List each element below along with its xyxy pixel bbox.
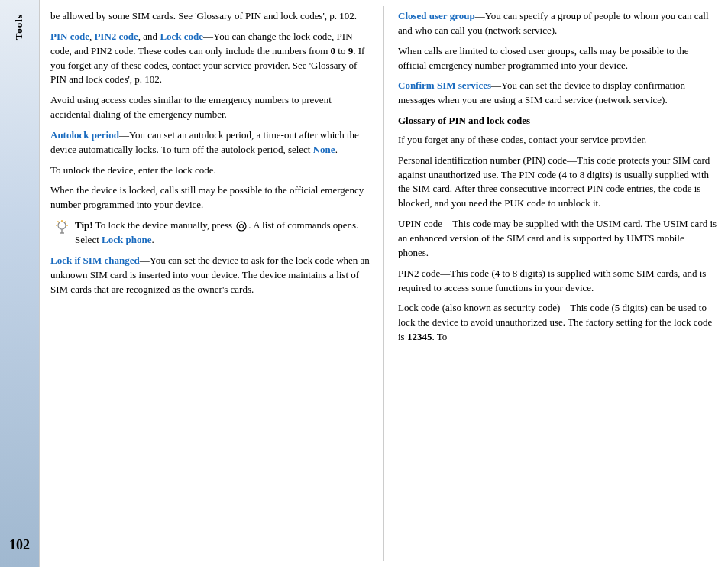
right-para-2: When calls are limited to closed user gr… [398,44,717,73]
left-para-3: Avoid using access codes similar to the … [50,93,370,122]
right-para-5: Personal identification number (PIN) cod… [398,154,717,211]
pin2-code-link[interactable]: PIN2 code [94,31,138,42]
lock-code-link[interactable]: Lock code [160,31,203,42]
right-para-6: UPIN code—This code may be supplied with… [398,217,717,261]
svg-line-4 [65,222,66,223]
glossary-heading: Glossary of PIN and lock codes [398,114,717,128]
right-para-4: If you forget any of these codes, contac… [398,133,717,147]
content-area: be allowed by some SIM cards. See 'Gloss… [40,0,728,567]
lock-phone-link[interactable]: Lock phone [102,234,151,245]
pin-code-link[interactable]: PIN code [50,31,89,42]
left-para-4: Autolock period—You can set an autolock … [50,128,370,157]
right-para-8: Lock code (also known as security code)—… [398,301,717,345]
sidebar: Tools 102 [0,0,40,567]
lock-sim-changed-link[interactable]: Lock if SIM changed [50,254,140,266]
none-link[interactable]: None [313,144,335,155]
page-number: 102 [9,535,30,555]
menu-key-icon [236,221,247,232]
svg-point-0 [58,222,66,229]
right-para-3: Confirm SIM services—You can set the dev… [398,79,717,108]
closed-user-group-link[interactable]: Closed user group [398,10,475,21]
left-para-5: To unlock the device, enter the lock cod… [50,164,370,178]
tip-block: Tip! To lock the device manually, press … [53,219,370,248]
svg-point-9 [240,225,244,228]
confirm-sim-services-link[interactable]: Confirm SIM services [398,79,491,91]
right-para-7: PIN2 code—This code (4 to 8 digits) is s… [398,267,717,296]
svg-line-6 [58,222,60,223]
left-para-2: PIN code, PIN2 code, and Lock code—You c… [50,30,370,87]
right-para-1: Closed user group—You can specify a grou… [398,9,717,38]
left-para-6: When the device is locked, calls still m… [50,183,370,212]
right-column: Closed user group—You can specify a grou… [384,6,728,561]
left-para-1: be allowed by some SIM cards. See 'Gloss… [50,9,370,24]
left-column: be allowed by some SIM cards. See 'Gloss… [40,6,384,561]
left-para-7: Lock if SIM changed—You can set the devi… [50,254,370,297]
svg-point-8 [237,222,246,231]
tip-text: Tip! To lock the device manually, press … [75,219,370,248]
autolock-period-link[interactable]: Autolock period [50,129,119,141]
tip-icon [53,219,70,236]
sidebar-label: Tools [12,14,27,40]
